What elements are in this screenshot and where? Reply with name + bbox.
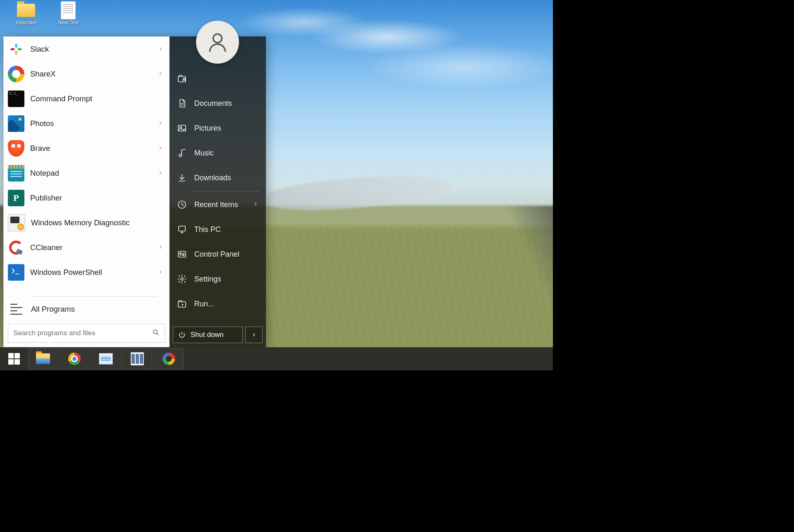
music-icon <box>177 148 187 158</box>
svg-rect-17 <box>179 226 185 231</box>
task-manager-button[interactable] <box>91 348 121 370</box>
start-menu-left-panel: Slack ShareX Command Prompt Photos Brave <box>3 36 170 347</box>
right-item-music[interactable]: Music <box>170 141 266 165</box>
chrome-button[interactable] <box>60 348 89 370</box>
memory-diagnostic-icon <box>8 214 25 231</box>
chevron-right-icon <box>158 169 163 178</box>
right-item-documents[interactable]: Documents <box>170 91 266 116</box>
right-item-label: This PC <box>194 225 221 234</box>
user-icon <box>206 31 229 54</box>
folder-icon <box>17 4 35 17</box>
settings-icon <box>177 274 187 284</box>
right-item-label: Run... <box>194 300 214 308</box>
start-button[interactable] <box>2 348 26 369</box>
right-item-label: Downloads <box>194 174 231 182</box>
search-icon <box>152 329 160 338</box>
search-input[interactable]: Search programs and files <box>8 324 165 343</box>
chevron-right-icon <box>158 119 163 128</box>
app-windows-powershell[interactable]: Windows PowerShell <box>4 260 169 285</box>
start-menu-right-panel: Documents Pictures Music Downloads <box>170 36 266 347</box>
power-icon <box>178 331 186 339</box>
right-item-label: Documents <box>194 99 232 108</box>
app-brave[interactable]: Brave <box>4 136 169 161</box>
sharex-icon <box>8 66 24 82</box>
app-label: Command Prompt <box>30 94 92 103</box>
open-shell-icon <box>131 352 144 365</box>
divider <box>193 191 259 191</box>
shutdown-options-button[interactable] <box>245 327 263 343</box>
search-placeholder: Search programs and files <box>13 329 95 337</box>
control-panel-icon <box>177 249 187 259</box>
app-slack[interactable]: Slack <box>4 37 169 62</box>
app-windows-memory-diagnostic[interactable]: Windows Memory Diagnostic <box>4 210 169 235</box>
all-programs-icon <box>10 304 23 315</box>
file-explorer-icon <box>36 353 50 364</box>
app-label: CCleaner <box>30 243 62 252</box>
powershell-icon <box>8 264 24 281</box>
start-menu: Slack ShareX Command Prompt Photos Brave <box>3 36 266 347</box>
picture-icon <box>177 123 187 133</box>
app-label: Brave <box>30 144 50 153</box>
svg-point-13 <box>179 154 182 157</box>
right-item-settings[interactable]: Settings <box>170 267 266 291</box>
sharex-button[interactable] <box>154 348 184 370</box>
shutdown-label: Shut down <box>191 331 224 339</box>
file-explorer-button[interactable] <box>28 348 58 370</box>
app-publisher[interactable]: P Publisher <box>4 186 169 210</box>
svg-rect-0 <box>15 43 17 48</box>
download-icon <box>177 173 187 183</box>
app-ccleaner[interactable]: CCleaner <box>4 235 169 260</box>
app-photos[interactable]: Photos <box>4 111 169 136</box>
app-sharex[interactable]: ShareX <box>4 62 169 86</box>
right-item-recent-items[interactable]: Recent Items <box>170 192 266 217</box>
app-label: Slack <box>30 45 49 54</box>
app-label: ShareX <box>30 69 56 79</box>
recent-icon <box>177 200 187 210</box>
right-item-pictures[interactable]: Pictures <box>170 116 266 141</box>
text-file-icon <box>61 1 76 19</box>
task-manager-icon <box>99 353 113 365</box>
chevron-right-icon <box>158 243 163 252</box>
brave-icon <box>8 140 24 157</box>
app-notepad[interactable]: Notepad <box>4 161 169 186</box>
app-label: Windows Memory Diagnostic <box>31 218 130 227</box>
slack-icon <box>8 41 24 57</box>
app-command-prompt[interactable]: Command Prompt <box>4 86 169 111</box>
desktop-icon-important[interactable]: Important <box>10 2 42 26</box>
desktop-icon-new-text[interactable]: New Text <box>52 2 84 26</box>
svg-rect-1 <box>17 48 22 50</box>
app-label: Publisher <box>30 193 62 203</box>
user-avatar[interactable] <box>196 21 239 64</box>
all-programs-button[interactable]: All Programs <box>4 297 169 321</box>
publisher-icon: P <box>8 190 24 206</box>
document-icon <box>177 98 187 108</box>
run-icon <box>177 299 187 309</box>
svg-rect-2 <box>15 50 17 55</box>
right-item-run[interactable]: Run... <box>170 291 266 316</box>
desktop-icon-label: Important <box>16 20 37 26</box>
right-item-this-pc[interactable]: This PC <box>170 217 266 242</box>
sharex-icon <box>163 353 175 365</box>
notepad-icon <box>8 165 24 181</box>
chevron-right-icon <box>158 268 163 277</box>
shutdown-button[interactable]: Shut down <box>173 327 243 343</box>
svg-point-25 <box>181 278 183 280</box>
chevron-right-icon <box>253 200 258 209</box>
right-item-downloads[interactable]: Downloads <box>170 165 266 190</box>
start-menu-app-list: Slack ShareX Command Prompt Photos Brave <box>4 37 169 296</box>
svg-line-5 <box>157 333 159 335</box>
chevron-right-icon <box>158 45 163 54</box>
app-label: Windows PowerShell <box>30 268 102 277</box>
right-item-control-panel[interactable]: Control Panel <box>170 242 266 267</box>
right-item-label: Music <box>194 149 214 157</box>
app-label: Notepad <box>30 169 59 178</box>
taskbar <box>0 347 553 370</box>
windows-logo-icon <box>8 353 20 365</box>
svg-rect-20 <box>178 251 186 257</box>
command-prompt-icon <box>8 91 24 107</box>
right-item-label: Pictures <box>194 124 221 133</box>
right-item-user-folder[interactable] <box>170 66 266 91</box>
svg-rect-11 <box>178 125 186 131</box>
chevron-right-icon <box>158 69 163 79</box>
open-shell-button[interactable] <box>122 348 152 370</box>
